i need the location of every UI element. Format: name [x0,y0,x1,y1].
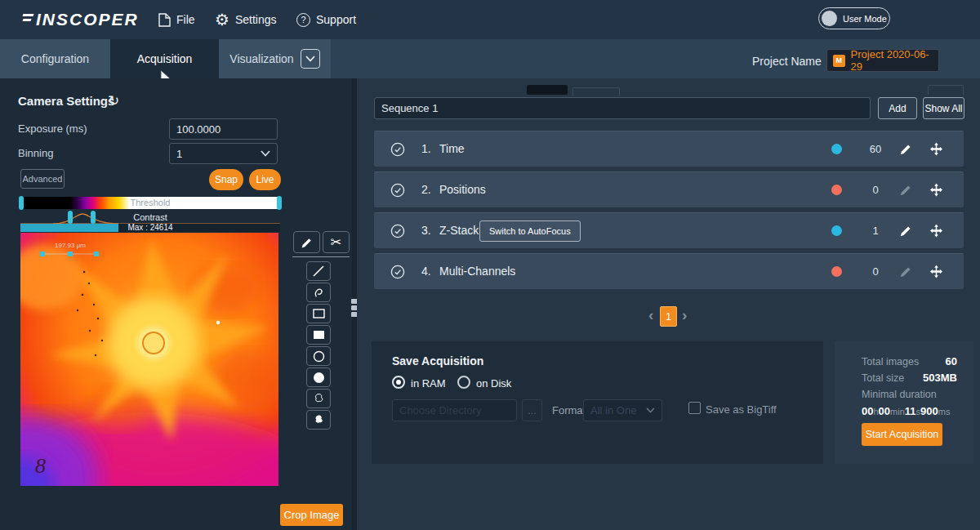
clipped-row-remnant [928,85,964,95]
pencil-icon [899,224,913,238]
row-label: Time [439,142,465,155]
live-button[interactable]: Live [249,169,281,190]
polygon-tool-button[interactable] [306,389,331,408]
threshold-handle-left[interactable] [19,196,24,210]
row-number: 1. [421,142,431,155]
threshold-handle-right[interactable] [277,196,282,210]
tab-visualization-label: Visualization [229,52,293,65]
radio-dot [396,380,401,385]
move-icon [929,223,944,238]
edit-button[interactable] [899,265,913,278]
chevron-down-icon [261,150,270,157]
line-tool-button[interactable] [306,261,331,281]
edit-button[interactable] [899,224,913,238]
line-icon [312,265,325,278]
tab-visualization[interactable]: Visualization [219,39,331,78]
support-menu[interactable]: ? Support [296,0,356,39]
in-ram-radio[interactable] [392,376,405,389]
blob-outline-icon [312,392,325,405]
row-label: Z-Stack [439,224,479,237]
live-camera-image[interactable]: 197.93 µm 8 [20,233,278,486]
total-size-value: 503MB [923,372,957,384]
circle-tool-button[interactable] [306,346,331,366]
contrast-slider[interactable]: Contrast [20,211,280,224]
project-name-field[interactable]: M Project 2020-06-29 [826,49,939,72]
inscoper-logo-text: INSCOPER [36,10,139,29]
rectangle-tool-button[interactable] [306,304,331,323]
bigtiff-checkbox[interactable] [688,402,701,414]
directory-input[interactable] [392,399,517,421]
advanced-button[interactable]: Advanced [20,169,65,189]
refresh-icon[interactable]: ↻ [108,92,119,109]
start-acquisition-button[interactable]: Start Acquisition [862,423,942,446]
move-handle[interactable] [929,182,944,198]
pencil-icon [899,265,913,278]
support-menu-label: Support [316,13,356,26]
filled-rectangle-tool-button[interactable] [306,325,331,345]
edit-button[interactable] [899,142,913,156]
browse-directory-button[interactable]: ... [522,399,542,421]
switch-to-autofocus-button[interactable]: Switch to AutoFocus [479,220,581,242]
page-number[interactable]: 1 [660,306,677,327]
check-circle-icon[interactable] [390,224,405,238]
exposure-input[interactable] [169,118,278,140]
max-intensity-label: Max : 24614 [20,224,280,232]
show-all-button[interactable]: Show All [923,97,964,119]
acquisition-summary-panel: Total images 60 Total size 503MB Minimal… [835,341,973,464]
row-number: 4. [421,265,431,278]
edit-button[interactable] [899,183,913,197]
check-circle-icon[interactable] [390,183,405,198]
cut-tool-button[interactable]: ✂ [323,231,350,253]
on-disk-radio[interactable] [457,376,470,389]
file-icon [158,13,171,27]
user-mode-toggle[interactable]: User Mode [818,7,890,29]
check-circle-icon[interactable] [390,142,405,157]
settings-menu[interactable]: ⚙ Settings [215,0,277,39]
project-badge-icon: M [833,55,845,67]
sequence-row-positions[interactable]: 2. Positions 0 [374,171,964,207]
file-menu[interactable]: File [158,0,195,39]
row-count: 1 [861,225,890,237]
project-name-label: Project Name [752,55,822,68]
move-handle[interactable] [929,141,944,157]
curve-icon [312,286,325,299]
user-mode-knob [822,11,837,26]
add-sequence-button[interactable]: Add [878,97,917,119]
row-label: Multi-Channels [439,265,515,278]
move-icon [929,264,944,279]
page-prev-button[interactable]: ‹ [648,306,653,324]
sequence-name-input[interactable] [374,97,871,119]
threshold-bar[interactable]: Threshold [20,197,280,209]
in-ram-label: in RAM [411,377,446,390]
move-handle[interactable] [929,223,944,238]
filled-circle-tool-button[interactable] [306,367,331,387]
page-next-button[interactable]: › [682,306,687,324]
format-select[interactable]: All in One [583,399,662,421]
clipped-row-remnant [527,85,568,95]
binning-select[interactable]: 1 [169,143,278,164]
snap-button[interactable]: Snap [209,169,243,190]
move-handle[interactable] [929,264,944,279]
roi-squiggle: 8 [35,454,46,478]
bigtiff-label: Save as BigTiff [706,403,777,416]
total-size-label: Total size [862,372,904,384]
sequence-row-zstack[interactable]: 3. Z-Stack Switch to AutoFocus 1 [374,212,964,248]
question-icon: ? [296,13,310,27]
freehand-tool-button[interactable] [306,283,331,302]
row-number: 3. [421,224,431,237]
check-circle-icon[interactable] [390,265,405,279]
tab-configuration-label: Configuration [21,52,89,65]
sequence-row-time[interactable]: 1. Time 60 [374,131,964,167]
exposure-label: Exposure (ms) [18,122,87,135]
visualization-dropdown-button[interactable] [301,49,320,69]
sequence-row-multichannels[interactable]: 4. Multi-Channels 0 [374,253,964,289]
draw-tool-button[interactable] [293,231,320,253]
tab-configuration[interactable]: Configuration [0,39,110,78]
duration-minutes: 00 [879,405,890,417]
user-mode-label: User Mode [843,14,887,24]
inscoper-logo: INSCOPER [23,10,139,29]
filled-polygon-tool-button[interactable] [306,410,331,430]
crop-image-button[interactable]: Crop Image [280,504,343,526]
save-acquisition-panel: Save Acquisition in RAM on Disk ... Form… [372,341,823,464]
pencil-icon [899,142,913,156]
